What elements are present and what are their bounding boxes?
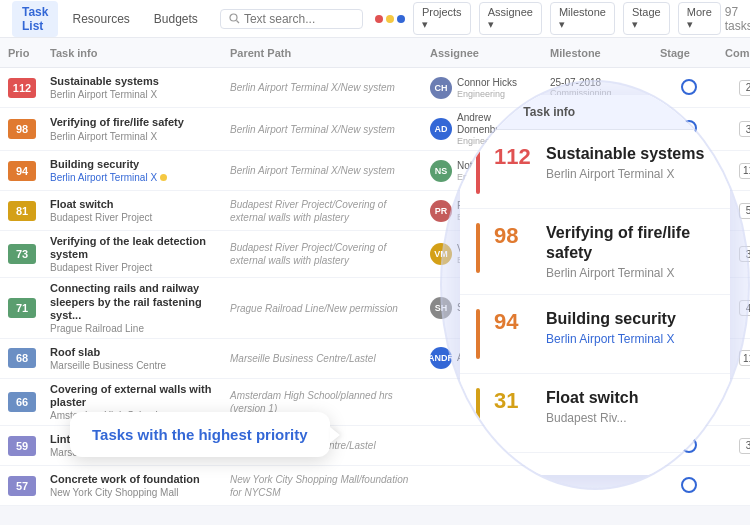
task-name: Float switch bbox=[50, 198, 222, 211]
prio-cell: 68 bbox=[4, 344, 46, 372]
parent-path: Berlin Airport Terminal X/New system bbox=[230, 123, 422, 136]
th-task-info: Task info bbox=[46, 47, 226, 59]
prio-badge: 81 bbox=[8, 201, 36, 221]
avatar: CH bbox=[430, 77, 452, 99]
search-box[interactable] bbox=[220, 9, 363, 29]
svg-line-1 bbox=[236, 21, 239, 24]
dot-yellow bbox=[386, 15, 394, 23]
parent-path: Budapest River Project/Covering of exter… bbox=[230, 241, 422, 267]
task-info-cell[interactable]: Building security Berlin Airport Termina… bbox=[46, 154, 226, 187]
task-name: Covering of external walls with plaster bbox=[50, 383, 222, 409]
task-info-cell[interactable]: Concrete work of foundation New York Cit… bbox=[46, 469, 226, 502]
assignee-name: Connor Hicks bbox=[457, 77, 517, 89]
filter-more[interactable]: More ▾ bbox=[678, 2, 721, 35]
magnify-prio: 98 bbox=[494, 223, 532, 249]
dot-red bbox=[375, 15, 383, 23]
comment-badge: 3 bbox=[739, 438, 751, 454]
header: Task List Resources Budgets Projects ▾ A… bbox=[0, 0, 750, 38]
prio-badge: 73 bbox=[8, 244, 36, 264]
magnify-prio: 31 bbox=[494, 388, 532, 414]
comment-badge: 11 bbox=[739, 163, 751, 179]
task-name: Verifying of the leak detection system bbox=[50, 235, 222, 261]
task-sub: Budapest River Project bbox=[50, 262, 222, 273]
stage-cell bbox=[656, 75, 721, 101]
task-name: Building security bbox=[50, 158, 222, 171]
task-info-cell[interactable]: Verifying of fire/life safety Berlin Air… bbox=[46, 112, 226, 145]
task-name: Verifying of fire/life safety bbox=[50, 116, 222, 129]
filter-dots bbox=[375, 15, 405, 23]
th-comments: Comments bbox=[721, 47, 750, 59]
prio-cell: 73 bbox=[4, 240, 46, 268]
prio-badge: 68 bbox=[8, 348, 36, 368]
dot-blue bbox=[397, 15, 405, 23]
parent-path-cell: Berlin Airport Terminal X/New system bbox=[226, 160, 426, 181]
task-name: Roof slab bbox=[50, 346, 222, 359]
assignee-cell[interactable]: CH Connor Hicks Engineering bbox=[426, 73, 546, 103]
prio-cell: 57 bbox=[4, 472, 46, 500]
task-sub: Budapest River Project bbox=[50, 212, 222, 223]
task-info-cell[interactable]: Roof slab Marseille Business Centre bbox=[46, 342, 226, 375]
assignee-wrap: CH Connor Hicks Engineering bbox=[430, 77, 542, 99]
magnify-task-name: Float switch bbox=[546, 388, 638, 408]
task-name: Sustainable systems bbox=[50, 75, 222, 88]
stage-cell bbox=[656, 473, 721, 499]
parent-path-cell: New York City Shopping Mall/foundation f… bbox=[226, 469, 426, 503]
filter-assignee[interactable]: Assignee ▾ bbox=[479, 2, 542, 35]
svg-point-0 bbox=[230, 14, 237, 21]
parent-path: Berlin Airport Terminal X/New system bbox=[230, 81, 422, 94]
table-header: Prio Task info Parent Path Assignee Mile… bbox=[0, 38, 750, 68]
th-assignee: Assignee bbox=[426, 47, 546, 59]
comments-cell: 3 bbox=[721, 434, 750, 458]
parent-path: Budapest River Project/Covering of exter… bbox=[230, 198, 422, 224]
magnify-row: 31 Float switch Budapest Riv... bbox=[460, 374, 730, 453]
prio-badge: 71 bbox=[8, 298, 36, 318]
filter-milestone[interactable]: Milestone ▾ bbox=[550, 2, 615, 35]
magnify-inner: Prio Task info 112 Sustainable systems B… bbox=[460, 95, 730, 475]
tab-budgets[interactable]: Budgets bbox=[144, 8, 208, 30]
parent-path: New York City Shopping Mall/foundation f… bbox=[230, 473, 422, 499]
magnify-task-sub: Berlin Airport Terminal X bbox=[546, 167, 704, 181]
magnify-task-name: Verifying of fire/life safety bbox=[546, 223, 714, 263]
header-right: 97 tasks Smart search bbox=[725, 5, 750, 33]
task-info-cell[interactable]: Sustainable systems Berlin Airport Termi… bbox=[46, 71, 226, 104]
magnify-task-sub: Berlin Airport Terminal X bbox=[546, 332, 676, 346]
prio-badge: 59 bbox=[8, 436, 36, 456]
task-sub: Berlin Airport Terminal X bbox=[50, 172, 222, 183]
prio-badge: 57 bbox=[8, 476, 36, 496]
task-info-cell[interactable]: Float switch Budapest River Project bbox=[46, 194, 226, 227]
parent-path: Marseille Business Centre/Lastel bbox=[230, 352, 422, 365]
assignee-role: Engineering bbox=[457, 89, 517, 99]
comment-badge: 3 bbox=[739, 121, 751, 137]
magnify-col-task: Task info bbox=[523, 105, 575, 119]
tab-resources[interactable]: Resources bbox=[62, 8, 139, 30]
search-input[interactable] bbox=[244, 12, 354, 26]
task-info-cell[interactable]: Verifying of the leak detection system B… bbox=[46, 231, 226, 277]
filter-projects[interactable]: Projects ▾ bbox=[413, 2, 471, 35]
prio-cell: 66 bbox=[4, 388, 46, 416]
filter-stage[interactable]: Stage ▾ bbox=[623, 2, 670, 35]
comments-cell: 3 bbox=[721, 117, 750, 141]
task-sub: Berlin Airport Terminal X bbox=[50, 89, 222, 100]
prio-badge: 66 bbox=[8, 392, 36, 412]
magnify-task-sub: Budapest Riv... bbox=[546, 411, 638, 425]
stage-icon bbox=[681, 477, 697, 493]
assignee-cell[interactable] bbox=[426, 482, 546, 490]
prio-cell: 81 bbox=[4, 197, 46, 225]
stage-icon bbox=[681, 79, 697, 95]
task-info-cell[interactable]: Connecting rails and railway sleepers by… bbox=[46, 278, 226, 338]
magnify-task-sub: Berlin Airport Terminal X bbox=[546, 266, 714, 280]
parent-path: Berlin Airport Terminal X/New system bbox=[230, 164, 422, 177]
task-sub: Berlin Airport Terminal X bbox=[50, 131, 222, 142]
prio-cell: 112 bbox=[4, 74, 46, 102]
magnify-task-name: Building security bbox=[546, 309, 676, 329]
prio-badge: 112 bbox=[8, 78, 36, 98]
parent-path-cell: Berlin Airport Terminal X/New system bbox=[226, 119, 426, 140]
th-parent-path: Parent Path bbox=[226, 47, 426, 59]
tab-task-list[interactable]: Task List bbox=[12, 1, 58, 37]
task-name: Connecting rails and railway sleepers by… bbox=[50, 282, 222, 322]
prio-cell: 59 bbox=[4, 432, 46, 460]
task-name: Concrete work of foundation bbox=[50, 473, 222, 486]
magnify-row: 94 Building security Berlin Airport Term… bbox=[460, 295, 730, 374]
magnify-prio: 112 bbox=[494, 144, 532, 170]
task-sub: New York City Shopping Mall bbox=[50, 487, 222, 498]
